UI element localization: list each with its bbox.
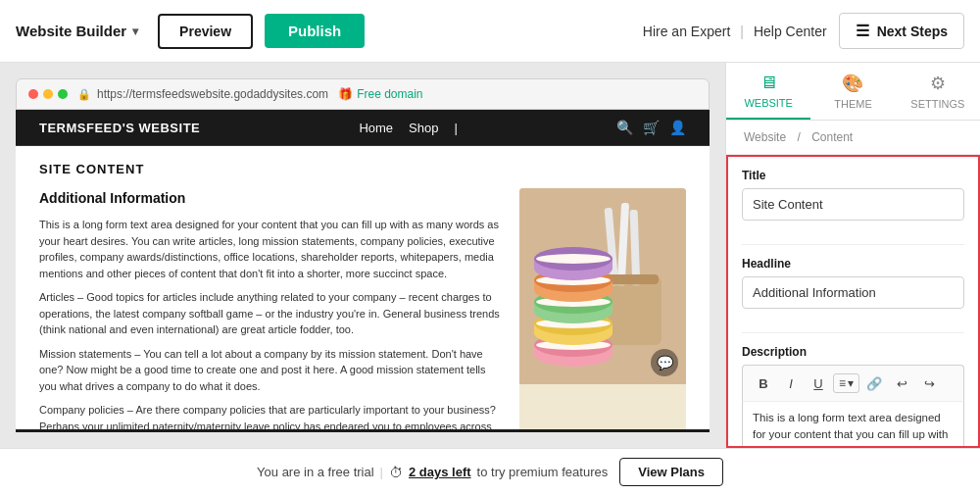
headline-label: Headline xyxy=(742,257,964,271)
dot-minimize[interactable] xyxy=(43,89,53,99)
site-body: SITE CONTENT Additional Information This… xyxy=(16,146,710,429)
tab-website[interactable]: 🖥 WEBSITE xyxy=(726,63,810,120)
tab-theme-label: THEME xyxy=(834,98,872,110)
top-header: Website Builder ▾ Preview Publish Hire a… xyxy=(0,0,980,63)
free-trial-label: You are in a free trial xyxy=(257,465,373,479)
site-nav-links: Home Shop | xyxy=(359,121,457,135)
dot-close[interactable] xyxy=(28,89,38,99)
main-content: 🔒 https://termsfeedswebsite.godaddysites… xyxy=(0,63,980,448)
tab-theme[interactable]: 🎨 THEME xyxy=(810,63,895,120)
section-title: SITE CONTENT xyxy=(39,162,686,176)
header-links: Hire an Expert | Help Center xyxy=(643,24,827,39)
undo-icon: ↩ xyxy=(897,376,907,391)
title-label: Title xyxy=(742,169,964,182)
nav-sep: | xyxy=(454,121,457,135)
desc-toolbar: B I U ≡ ▾ 🔗 ↩ ↪ xyxy=(742,365,964,402)
theme-tab-icon: 🎨 xyxy=(842,73,863,94)
chat-bubble-icon[interactable]: 💬 xyxy=(651,349,678,376)
description-textarea[interactable]: This is a long form text area designed f… xyxy=(742,402,964,448)
publish-button[interactable]: Publish xyxy=(265,14,365,48)
tab-settings[interactable]: ⚙ SETTINGS xyxy=(896,63,980,120)
browser-chrome: 🔒 https://termsfeedswebsite.godaddysites… xyxy=(16,78,710,110)
nav-home[interactable]: Home xyxy=(359,121,393,135)
description-label: Description xyxy=(742,345,964,359)
cart-icon[interactable]: 🛒 xyxy=(643,120,660,135)
bottom-sep: | xyxy=(380,465,383,479)
svg-rect-5 xyxy=(606,274,659,284)
bold-button[interactable]: B xyxy=(751,371,776,395)
breadcrumb: Website / Content xyxy=(726,121,980,155)
undo-button[interactable]: ↩ xyxy=(889,371,914,395)
brand-chevron-icon: ▾ xyxy=(132,25,138,38)
domain-gift-icon: 🎁 xyxy=(338,87,353,101)
underline-button[interactable]: U xyxy=(806,371,831,395)
svg-point-25 xyxy=(536,254,611,264)
redo-button[interactable]: ↪ xyxy=(916,371,942,395)
link-icon: 🔗 xyxy=(866,376,882,391)
trial-text: You are in a free trial | ⏱ 2 days left … xyxy=(257,465,608,480)
list-chevron: ▾ xyxy=(848,376,854,390)
timer-icon: ⏱ xyxy=(389,465,403,480)
redo-icon: ↪ xyxy=(924,376,935,391)
title-input[interactable] xyxy=(742,188,964,221)
hire-expert-link[interactable]: Hire an Expert xyxy=(643,24,730,39)
browser-dots xyxy=(28,89,68,99)
url-text: https://termsfeedswebsite.godaddysites.c… xyxy=(97,87,328,101)
browser-url-bar: 🔒 https://termsfeedswebsite.godaddysites… xyxy=(77,87,328,101)
view-plans-button[interactable]: View Plans xyxy=(619,458,723,486)
list-dropdown[interactable]: ≡ ▾ xyxy=(833,373,859,393)
headline-section: Headline xyxy=(728,245,978,332)
brand-name: Website Builder xyxy=(16,23,126,39)
free-domain-badge: 🎁 Free domain xyxy=(338,87,422,101)
next-steps-button[interactable]: ☰ Next Steps xyxy=(839,13,964,49)
breadcrumb-sep: / xyxy=(797,130,800,144)
right-panel: 🖥 WEBSITE 🎨 THEME ⚙ SETTINGS Website / C… xyxy=(725,63,980,448)
account-icon[interactable]: 👤 xyxy=(669,120,686,135)
italic-button[interactable]: I xyxy=(778,371,804,395)
preview-area: 🔒 https://termsfeedswebsite.godaddysites… xyxy=(0,63,725,448)
lock-icon: 🔒 xyxy=(77,88,91,101)
website-tab-icon: 🖥 xyxy=(760,73,777,93)
settings-tab-icon: ⚙ xyxy=(930,73,946,94)
site-nav: TERMSFEED'S WEBSITE Home Shop | 🔍 🛒 👤 xyxy=(16,110,710,146)
days-left[interactable]: 2 days left xyxy=(409,465,471,479)
search-icon[interactable]: 🔍 xyxy=(616,120,633,135)
site-image: 💬 xyxy=(519,188,686,429)
site-logo: TERMSFEED'S WEBSITE xyxy=(39,121,200,135)
nav-shop[interactable]: Shop xyxy=(409,121,438,135)
paragraph-1: This is a long form text area designed f… xyxy=(39,217,504,281)
bottom-bar: You are in a free trial | ⏱ 2 days left … xyxy=(0,448,980,495)
site-nav-icons: 🔍 🛒 👤 xyxy=(616,120,686,135)
article-title: Additional Information xyxy=(39,188,504,209)
paragraph-2: Articles – Good topics for articles incl… xyxy=(39,289,504,338)
website-preview: TERMSFEED'S WEBSITE Home Shop | 🔍 🛒 👤 SI… xyxy=(16,110,710,432)
title-section: Title xyxy=(728,157,978,244)
to-try-label: to try premium features xyxy=(477,465,609,479)
panel-tabs: 🖥 WEBSITE 🎨 THEME ⚙ SETTINGS xyxy=(726,63,980,121)
panel-content: Title Headline Description B I U ≡ xyxy=(726,155,980,448)
paragraph-4: Company policies – Are there company pol… xyxy=(39,402,504,429)
help-center-link[interactable]: Help Center xyxy=(754,24,827,39)
tab-website-label: WEBSITE xyxy=(744,97,793,109)
link-button[interactable]: 🔗 xyxy=(861,371,887,395)
tab-settings-label: SETTINGS xyxy=(910,98,964,110)
list-icon: ≡ xyxy=(839,376,846,390)
breadcrumb-root[interactable]: Website xyxy=(744,130,786,144)
free-domain-text: Free domain xyxy=(357,87,422,101)
macarons-image: 💬 xyxy=(519,188,686,384)
brand-logo[interactable]: Website Builder ▾ xyxy=(16,23,138,39)
site-body-content: Additional Information This is a long fo… xyxy=(39,188,686,429)
site-text-content: Additional Information This is a long fo… xyxy=(39,188,504,429)
next-steps-icon: ☰ xyxy=(856,22,869,40)
next-steps-label: Next Steps xyxy=(877,24,948,39)
breadcrumb-current: Content xyxy=(811,130,853,144)
dot-maximize[interactable] xyxy=(58,89,68,99)
preview-button[interactable]: Preview xyxy=(158,14,253,49)
sep: | xyxy=(740,24,744,39)
headline-input[interactable] xyxy=(742,276,964,309)
description-section: Description B I U ≡ ▾ 🔗 ↩ xyxy=(728,333,978,448)
paragraph-3: Mission statements – You can tell a lot … xyxy=(39,346,504,395)
